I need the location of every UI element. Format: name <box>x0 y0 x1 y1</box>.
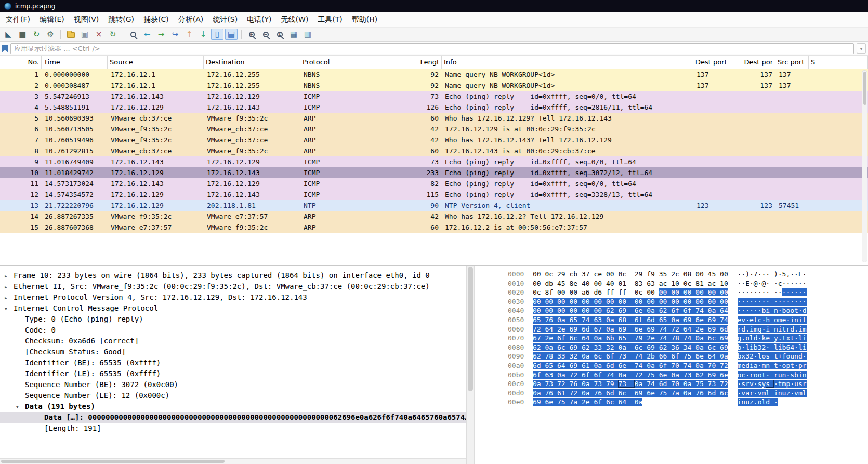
hex-byte[interactable]: 37 <box>582 270 594 278</box>
hex-byte[interactable]: 69 <box>708 371 720 379</box>
hex-ascii-char[interactable]: ) <box>745 270 749 278</box>
hex-byte[interactable]: 76 <box>545 316 557 324</box>
menu-analyze[interactable]: 分析(A) <box>174 13 208 26</box>
hex-byte[interactable]: 33 <box>594 343 606 351</box>
hex-byte[interactable]: 00 <box>695 288 707 296</box>
hex-byte[interactable]: 0a <box>671 371 683 379</box>
display-filter-input[interactable] <box>10 43 854 54</box>
hex-byte[interactable]: 6e <box>635 307 647 314</box>
hex-byte[interactable]: 63 <box>594 316 606 324</box>
hex-ascii-char[interactable]: s <box>766 380 774 388</box>
chevron-right-icon[interactable]: ▸ <box>4 293 14 303</box>
menu-tools[interactable]: 工具(T) <box>313 13 347 26</box>
packet-row[interactable]: 20.000308487172.16.12.1172.16.12.255NBNS… <box>0 80 868 91</box>
hex-ascii-char[interactable]: E <box>798 270 803 278</box>
packet-row[interactable]: 1011.018429742172.16.12.129172.16.12.143… <box>0 167 868 178</box>
hex-ascii-char[interactable]: · <box>749 288 754 296</box>
hex-byte[interactable]: 6f <box>606 352 618 360</box>
hex-byte[interactable]: 74 <box>606 371 618 379</box>
hex-ascii-char[interactable]: · <box>766 288 774 296</box>
hex-ascii-char[interactable]: t <box>790 362 794 369</box>
hex-byte[interactable]: 00 <box>695 270 707 278</box>
hex-ascii-char[interactable]: e <box>766 334 774 342</box>
chevron-right-icon[interactable]: ▸ <box>4 271 14 281</box>
hex-ascii-char[interactable]: r <box>774 371 778 379</box>
hex-byte[interactable]: 0a <box>618 343 634 351</box>
hex-ascii-char[interactable]: i <box>749 343 754 351</box>
hex-ascii-char[interactable]: a <box>745 389 749 397</box>
packet-row[interactable]: 45.548851191172.16.12.129172.16.12.143IC… <box>0 102 868 113</box>
packet-row[interactable]: 911.016749409172.16.12.143172.16.12.129I… <box>0 156 868 167</box>
scrollbar-thumb[interactable] <box>863 72 866 105</box>
hex-byte[interactable]: 65 <box>533 316 545 324</box>
hex-byte[interactable]: 69 <box>618 307 634 314</box>
hex-byte[interactable]: 00 <box>594 298 606 306</box>
capture-start-icon[interactable]: ◣ <box>2 29 15 40</box>
go-last-icon[interactable]: ↓ <box>197 29 209 40</box>
hex-ascii-char[interactable]: · <box>741 288 745 296</box>
hex-ascii-char[interactable]: v <box>741 389 745 397</box>
hex-byte[interactable]: 00 <box>545 298 557 306</box>
hex-byte[interactable]: 64 <box>618 398 634 406</box>
hex-byte[interactable]: 33 <box>557 352 569 360</box>
hex-ascii-char[interactable]: o <box>790 307 794 314</box>
detail-line[interactable]: Identifier (LE): 65535 (0xffff) <box>0 368 466 379</box>
hex-byte[interactable]: 75 <box>557 398 569 406</box>
hex-ascii-char[interactable]: · <box>794 288 798 296</box>
hex-byte[interactable]: 72 <box>720 362 728 369</box>
hex-byte[interactable]: 69 <box>569 343 581 351</box>
hex-byte[interactable]: 6e <box>647 389 659 397</box>
hex-ascii-char[interactable]: · <box>766 343 774 351</box>
hex-byte[interactable]: 00 <box>720 298 728 306</box>
hex-ascii-char[interactable]: · <box>774 380 778 388</box>
hex-byte[interactable]: 00 <box>569 288 581 296</box>
hex-byte[interactable]: 6f <box>635 316 647 324</box>
chevron-down-icon[interactable]: ▾ <box>16 402 25 412</box>
detail-scrollbar[interactable] <box>466 266 475 464</box>
hex-byte[interactable]: 0a <box>695 362 707 369</box>
close-file-icon[interactable]: × <box>93 29 105 40</box>
detail-line[interactable]: Checksum: 0xa6d6 [correct] <box>0 336 466 347</box>
hex-byte[interactable]: 6d <box>708 389 720 397</box>
hex-byte[interactable]: 0c <box>683 280 695 287</box>
scrollbar-thumb[interactable] <box>1 460 225 463</box>
hex-byte[interactable]: 6f <box>659 362 671 369</box>
packet-row[interactable]: 1321.722220796172.16.12.129202.118.1.81N… <box>0 200 868 211</box>
hex-ascii-char[interactable]: u <box>794 380 798 388</box>
hex-byte[interactable]: 74 <box>659 325 671 333</box>
hex-ascii-char[interactable]: n <box>794 316 798 324</box>
go-forward-icon[interactable]: → <box>155 29 167 40</box>
hex-ascii-char[interactable]: · <box>741 298 745 306</box>
hex-ascii-char[interactable]: s <box>766 352 774 360</box>
zoom-out-icon[interactable]: − <box>259 29 272 40</box>
hex-ascii-char[interactable]: l <box>798 343 803 351</box>
hex-ascii-char[interactable]: x <box>741 352 745 360</box>
hex-ascii-char[interactable]: + <box>778 352 782 360</box>
hex-byte[interactable]: 73 <box>594 380 606 388</box>
hex-ascii-char[interactable]: v <box>794 389 798 397</box>
hex-byte[interactable]: 6f <box>594 371 606 379</box>
hex-ascii-char[interactable]: · <box>790 298 794 306</box>
column-header-no[interactable]: No. <box>0 56 42 69</box>
hex-byte[interactable]: 6f <box>557 334 569 342</box>
hex-ascii-char[interactable]: n <box>741 398 745 406</box>
hex-byte[interactable]: 74 <box>659 334 671 342</box>
hex-ascii-char[interactable]: · <box>774 288 778 296</box>
hex-byte[interactable]: 6e <box>635 325 647 333</box>
hex-byte[interactable]: 00 <box>533 280 545 287</box>
hex-byte[interactable]: 00 <box>557 288 569 296</box>
hex-byte[interactable]: db <box>545 280 557 287</box>
hex-byte[interactable]: 76 <box>594 389 606 397</box>
hex-ascii-char[interactable]: b <box>754 343 758 351</box>
detail-line[interactable]: ▸Frame 10: 233 bytes on wire (1864 bits)… <box>0 270 466 281</box>
hex-byte[interactable]: 32 <box>606 343 618 351</box>
hex-byte[interactable]: 81 <box>695 280 707 287</box>
hex-ascii-char[interactable]: r <box>803 380 807 388</box>
hex-ascii-char[interactable]: · <box>794 270 798 278</box>
hex-byte[interactable]: 72 <box>569 389 581 397</box>
hex-byte[interactable]: 66 <box>659 352 671 360</box>
hex-ascii-char[interactable]: · <box>778 307 782 314</box>
detail-line[interactable]: [Checksum Status: Good] <box>0 347 466 357</box>
hex-ascii-char[interactable]: · <box>749 270 754 278</box>
hex-byte[interactable]: 73 <box>618 352 634 360</box>
